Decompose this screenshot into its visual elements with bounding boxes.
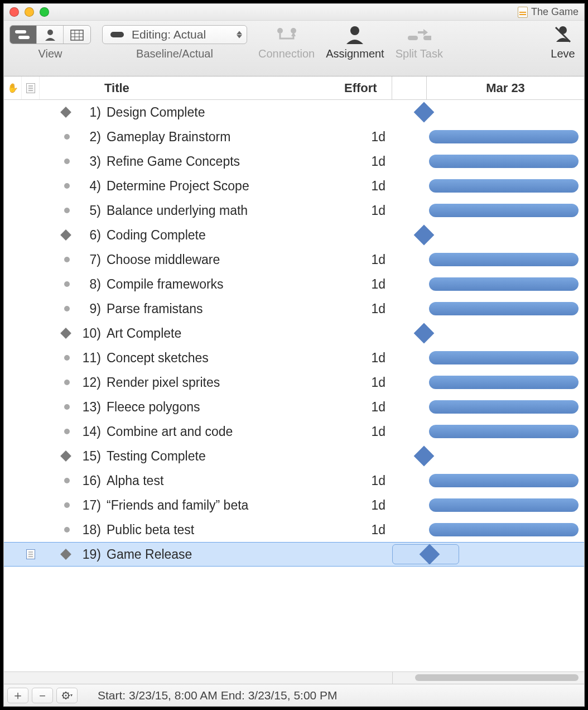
task-row[interactable]: 12)Render pixel sprites1d <box>4 370 584 395</box>
task-dot-icon <box>64 208 70 213</box>
task-title[interactable]: Alpha test <box>104 473 344 488</box>
task-title[interactable]: Compile frameworks <box>104 277 344 292</box>
scrollbar-track[interactable] <box>393 672 584 684</box>
gear-icon <box>61 691 73 700</box>
svg-point-2 <box>47 30 53 35</box>
task-effort[interactable]: 1d <box>344 179 392 194</box>
task-row[interactable]: 14)Combine art and code1d <box>4 419 584 444</box>
baseline-actual-dropdown[interactable]: Editing: Actual <box>102 25 247 44</box>
gantt-bar[interactable] <box>429 523 579 536</box>
task-row[interactable]: 10)Art Complete <box>4 321 584 346</box>
task-title[interactable]: Concept sketches <box>104 351 344 366</box>
task-effort[interactable]: 1d <box>344 473 392 488</box>
task-title[interactable]: Fleece polygons <box>104 400 344 415</box>
task-title[interactable]: Public beta test <box>104 522 344 538</box>
view-resource-button[interactable] <box>37 26 64 44</box>
level-button[interactable] <box>547 25 579 44</box>
task-row[interactable]: 16)Alpha test1d <box>4 468 584 493</box>
task-row[interactable]: 1)Design Complete <box>4 100 584 124</box>
task-row[interactable]: 6)Coding Complete <box>4 223 584 247</box>
view-gantt-button[interactable] <box>10 26 37 44</box>
connection-button[interactable] <box>271 25 302 44</box>
task-row[interactable]: 13)Fleece polygons1d <box>4 395 584 419</box>
zoom-window-button[interactable] <box>40 7 49 17</box>
gantt-bar[interactable] <box>429 155 579 168</box>
task-title[interactable]: Design Complete <box>104 105 344 120</box>
gantt-bar[interactable] <box>429 302 579 315</box>
task-row[interactable]: 2)Gameplay Brainstorm1d <box>4 124 584 149</box>
task-row[interactable]: 8)Compile frameworks1d <box>4 272 584 296</box>
svg-rect-13 <box>423 36 431 40</box>
task-row[interactable]: 18)Public beta test1d <box>4 517 584 542</box>
milestone-icon <box>60 549 71 560</box>
milestone-diamond[interactable] <box>414 102 435 123</box>
remove-button[interactable]: － <box>32 688 53 703</box>
task-effort[interactable]: 1d <box>344 203 392 218</box>
task-row[interactable]: 3)Refine Game Concepts1d <box>4 149 584 174</box>
task-effort[interactable]: 1d <box>344 129 392 145</box>
svg-rect-12 <box>408 36 418 40</box>
gantt-bar[interactable] <box>429 425 579 438</box>
gantt-bar[interactable] <box>429 253 579 266</box>
task-effort[interactable]: 1d <box>344 498 392 513</box>
task-title[interactable]: Gameplay Brainstorm <box>104 129 344 145</box>
milestone-diamond[interactable] <box>414 446 435 467</box>
gantt-bar[interactable] <box>429 498 579 512</box>
gantt-bar[interactable] <box>429 179 579 193</box>
task-title[interactable]: Testing Complete <box>104 449 344 464</box>
gantt-bar[interactable] <box>429 400 579 414</box>
milestone-diamond[interactable] <box>414 323 435 344</box>
task-effort[interactable]: 1d <box>344 424 392 439</box>
task-title[interactable]: Art Complete <box>104 326 344 341</box>
task-effort[interactable]: 1d <box>344 301 392 316</box>
split-task-button[interactable] <box>403 25 435 44</box>
task-row[interactable]: 17)“Friends and family” beta1d <box>4 493 584 517</box>
task-row[interactable]: 15)Testing Complete <box>4 444 584 468</box>
task-effort[interactable]: 1d <box>344 522 392 538</box>
task-row[interactable]: 19)Game Release <box>4 542 584 567</box>
task-effort[interactable]: 1d <box>344 351 392 366</box>
task-title[interactable]: “Friends and family” beta <box>104 498 344 513</box>
assignment-button[interactable] <box>339 25 370 44</box>
task-title[interactable]: Refine Game Concepts <box>104 154 344 169</box>
gantt-bar[interactable] <box>429 376 579 389</box>
gantt-bar[interactable] <box>429 204 579 217</box>
task-title[interactable]: Game Release <box>104 547 344 562</box>
gantt-bar[interactable] <box>429 351 579 364</box>
task-title[interactable]: Choose middleware <box>104 252 344 267</box>
close-window-button[interactable] <box>9 7 19 17</box>
minimize-window-button[interactable] <box>25 7 34 17</box>
gantt-bar[interactable] <box>429 277 579 291</box>
task-title[interactable]: Coding Complete <box>104 228 344 243</box>
task-title[interactable]: Balance underlying math <box>104 203 344 218</box>
task-effort[interactable]: 1d <box>344 154 392 169</box>
title-column-header[interactable]: Title <box>104 76 344 99</box>
task-row[interactable]: 5)Balance underlying math1d <box>4 198 584 223</box>
gantt-bar[interactable] <box>429 474 579 487</box>
titlebar[interactable]: The Game <box>4 4 584 21</box>
task-row[interactable]: 4)Determine Project Scope1d <box>4 174 584 198</box>
task-row[interactable]: 9)Parse framistans1d <box>4 296 584 321</box>
gantt-date-header[interactable]: Mar 23 <box>427 76 584 99</box>
note-column-header[interactable] <box>22 76 40 99</box>
scrollbar-thumb[interactable] <box>415 674 579 681</box>
task-effort[interactable]: 1d <box>344 277 392 292</box>
task-title[interactable]: Determine Project Scope <box>104 179 344 194</box>
task-effort[interactable]: 1d <box>344 400 392 415</box>
task-row[interactable]: 11)Concept sketches1d <box>4 346 584 370</box>
gantt-bar[interactable] <box>429 130 579 143</box>
task-row[interactable]: 7)Choose middleware1d <box>4 247 584 272</box>
task-title[interactable]: Combine art and code <box>104 424 344 439</box>
svg-line-22 <box>63 693 64 694</box>
task-effort[interactable]: 1d <box>344 252 392 267</box>
view-calendar-button[interactable] <box>64 26 90 44</box>
action-menu-button[interactable] <box>56 688 78 703</box>
note-icon[interactable] <box>26 549 35 559</box>
effort-column-header[interactable]: Effort <box>344 76 392 99</box>
task-title[interactable]: Parse framistans <box>104 301 344 316</box>
task-effort[interactable]: 1d <box>344 375 392 390</box>
milestone-diamond[interactable] <box>414 225 435 246</box>
add-button[interactable]: ＋ <box>7 688 28 703</box>
drag-column-header[interactable]: ✋ <box>4 76 22 99</box>
task-title[interactable]: Render pixel sprites <box>104 375 344 390</box>
